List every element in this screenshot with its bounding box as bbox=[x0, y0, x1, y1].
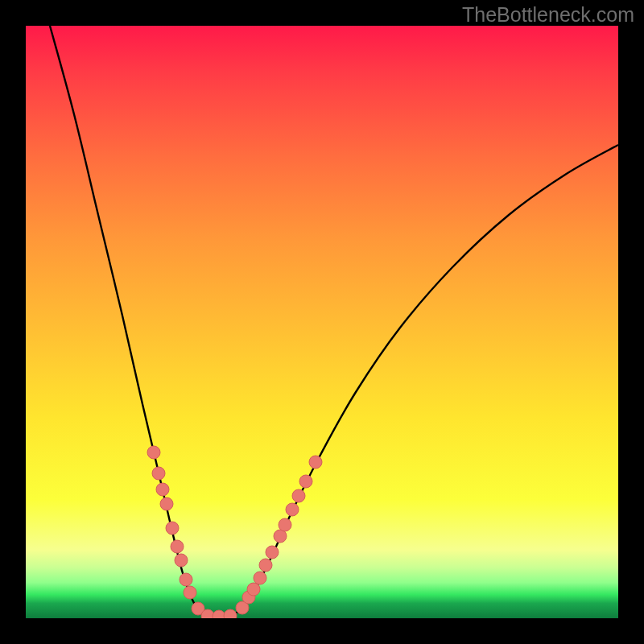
data-dots-group bbox=[147, 446, 322, 618]
data-dot bbox=[160, 497, 173, 510]
data-dot bbox=[259, 559, 272, 572]
data-dot bbox=[175, 554, 188, 567]
data-dot bbox=[166, 522, 179, 535]
curve-left bbox=[50, 26, 209, 616]
data-dot bbox=[299, 475, 312, 488]
data-dot bbox=[147, 446, 160, 459]
data-dot bbox=[254, 572, 266, 584]
data-dot bbox=[213, 610, 225, 618]
data-dot bbox=[224, 609, 237, 618]
data-dot bbox=[286, 503, 299, 516]
data-dot bbox=[279, 518, 291, 531]
data-dot bbox=[171, 540, 184, 553]
data-dot bbox=[184, 586, 196, 599]
chart-area bbox=[26, 26, 618, 618]
bottleneck-curve-plot bbox=[26, 26, 618, 618]
data-dot bbox=[180, 573, 192, 586]
watermark-text: TheBottleneck.com bbox=[462, 3, 634, 27]
data-dot bbox=[309, 456, 322, 469]
data-dot bbox=[247, 583, 260, 596]
data-dot bbox=[156, 483, 169, 496]
curve-group bbox=[50, 26, 618, 616]
data-dot bbox=[266, 546, 279, 559]
data-dot bbox=[152, 467, 165, 480]
curve-right bbox=[232, 145, 618, 616]
data-dot bbox=[292, 489, 305, 502]
